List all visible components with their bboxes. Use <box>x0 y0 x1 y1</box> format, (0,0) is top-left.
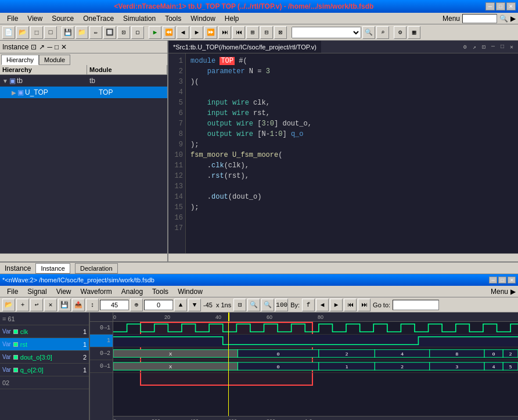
menu-search-input[interactable] <box>462 14 497 23</box>
tb-dropdown[interactable] <box>292 27 361 38</box>
expand-tb[interactable]: ▼ <box>2 78 8 84</box>
src-icon-box[interactable]: □ <box>498 43 506 51</box>
wave-tb-end[interactable]: ⏭ <box>358 299 370 311</box>
tb-btn-4[interactable]: □ <box>44 26 57 39</box>
panel-icon2[interactable]: ↗ <box>39 43 45 51</box>
wave-tb-up[interactable]: ▲ <box>174 299 187 311</box>
wave-tb-open[interactable]: 📂 <box>2 299 15 311</box>
inst-tab-declaration[interactable]: Declaration <box>75 263 118 274</box>
tb-btn-9[interactable]: ⊡ <box>117 26 130 39</box>
tb-search2[interactable]: ⌕ <box>376 26 389 39</box>
tb-btn-5[interactable]: 💾 <box>62 26 74 39</box>
tab-module[interactable]: Module <box>39 55 70 65</box>
wave-tb-zoom-fit[interactable]: ⊡ <box>233 299 246 311</box>
menu-window[interactable]: Window <box>186 14 220 23</box>
signal-row-clk[interactable]: Var clk 1 <box>0 325 89 338</box>
tb-btn-18[interactable]: ⊞ <box>246 26 259 39</box>
wave-close-btn[interactable]: ✕ <box>508 277 516 283</box>
wave-tb-undo[interactable]: ↩ <box>30 299 43 311</box>
wave-tb-cursor[interactable]: ↕ <box>86 299 99 311</box>
tb-btn-19[interactable]: ⊟ <box>260 26 273 39</box>
src-icon-expand[interactable]: ↗ <box>470 43 479 51</box>
hier-row-tb[interactable]: ▼ ▣ tb tb <box>0 75 167 87</box>
signal-row-dout[interactable]: Var dout_o[3:0] 2 <box>0 351 89 364</box>
tb-btn-7[interactable]: ✏ <box>89 26 102 39</box>
menu-tools[interactable]: Tools <box>160 14 186 23</box>
wave-minimize-btn[interactable]: ─ <box>489 277 497 283</box>
menu-source[interactable]: Source <box>47 14 78 23</box>
tb-search[interactable]: 🔍 <box>362 26 375 39</box>
tb-btn-15[interactable]: ⏩ <box>204 26 217 39</box>
wave-tb-prev[interactable]: ◀ <box>316 299 329 311</box>
left-scrollbar[interactable] <box>0 253 167 261</box>
src-icon-close[interactable]: ✕ <box>508 43 516 51</box>
wave-tb-clear[interactable]: ✕ <box>44 299 57 311</box>
tb-btn-16[interactable]: ⏭ <box>218 26 231 39</box>
minimize-button[interactable]: ─ <box>485 2 495 10</box>
tb-btn-21[interactable]: ⚙ <box>394 26 407 39</box>
wave-tb-cursor-add[interactable]: ⊕ <box>130 299 143 311</box>
wave-tb-home[interactable]: ⏮ <box>344 299 357 311</box>
signal-row-61[interactable]: = 61 <box>0 313 89 325</box>
wave-tb-zoom-out[interactable]: 🔍 <box>261 299 274 311</box>
wave-menu-arrow[interactable]: ▶ <box>510 288 516 296</box>
tb-btn-10[interactable]: ◻ <box>131 26 144 39</box>
wave-tb-zoom-in[interactable]: 🔍 <box>247 299 260 311</box>
tb-btn-22[interactable]: ▦ <box>408 26 420 39</box>
wave-tb-down[interactable]: ▼ <box>188 299 201 311</box>
tb-btn-6[interactable]: 📁 <box>75 26 88 39</box>
wave-menu-tools[interactable]: Tools <box>148 287 173 296</box>
tb-btn-17[interactable]: ⏮ <box>232 26 245 39</box>
hier-row-utop[interactable]: ▶ ▣ U_TOP TOP <box>0 87 167 98</box>
maximize-button[interactable]: □ <box>496 2 505 10</box>
wave-tb-by[interactable]: f <box>302 299 315 311</box>
src-icon-dash[interactable]: ─ <box>489 43 497 51</box>
wave-tb-save[interactable]: 💾 <box>58 299 71 311</box>
menu-help[interactable]: Help <box>220 14 244 23</box>
signal-row-rst[interactable]: Var rst 1 <box>0 338 89 351</box>
wave-maximize-btn[interactable]: □ <box>498 277 506 283</box>
new-button[interactable]: 📄 <box>2 26 15 39</box>
wave-time-input[interactable] <box>100 300 129 310</box>
panel-icon3[interactable]: ─ <box>47 43 52 51</box>
menu-file[interactable]: File <box>2 14 23 23</box>
open-button[interactable]: 📂 <box>16 26 29 39</box>
wave-menu-analog[interactable]: Analog <box>117 287 148 296</box>
tb-btn-8[interactable]: 🔲 <box>103 26 116 39</box>
wave-menu-window[interactable]: Window <box>173 287 207 296</box>
wave-tb-next[interactable]: ▶ <box>330 299 343 311</box>
source-tab-active[interactable]: *Src1:tb.U_TOP(/home/IC/soc/fe_project/r… <box>168 41 321 53</box>
source-scrollbar[interactable] <box>168 253 518 261</box>
inst-tab-instance[interactable]: Instance <box>35 263 70 274</box>
wave-menu-signal[interactable]: Signal <box>23 287 51 296</box>
search-icon[interactable]: 🔍 <box>499 15 508 23</box>
tab-hierarchy[interactable]: Hierarchy <box>1 55 39 65</box>
tb-btn-3[interactable]: ⬚ <box>30 26 43 39</box>
src-icon-minimize[interactable]: ⊡ <box>480 43 488 51</box>
tb-btn-20[interactable]: ⊠ <box>274 26 287 39</box>
tb-btn-12[interactable]: ⏪ <box>163 26 175 39</box>
tb-btn-13[interactable]: ◀ <box>177 26 189 39</box>
arrow-icon[interactable]: ▶ <box>510 15 516 23</box>
wave-tb-export[interactable]: 📤 <box>72 299 85 311</box>
panel-icon4[interactable]: □ <box>55 43 59 51</box>
signal-row-qo[interactable]: Var q_o[2:0] 1 <box>0 364 89 376</box>
wave-tb-add[interactable]: + <box>16 299 29 311</box>
src-icon-gear[interactable]: ⚙ <box>461 43 469 51</box>
close-button[interactable]: ✕ <box>506 2 516 10</box>
wave-menu-view[interactable]: View <box>52 287 76 296</box>
panel-icon1[interactable]: ⊡ <box>31 43 37 51</box>
signal-row-02[interactable]: 02 <box>0 376 89 389</box>
menu-simulation[interactable]: Simulation <box>118 14 160 23</box>
tb-btn-11[interactable]: ▶ <box>149 26 161 39</box>
wave-tb-zoom100[interactable]: 100 <box>275 299 288 311</box>
wave-goto-input[interactable] <box>393 300 439 310</box>
wave-cursor-input[interactable] <box>144 300 173 310</box>
wave-menu-file[interactable]: File <box>2 287 23 296</box>
menu-onetrace[interactable]: OneTrace <box>78 14 118 23</box>
tb-btn-14[interactable]: ▶ <box>190 26 203 39</box>
wave-menu-waveform[interactable]: Waveform <box>76 287 117 296</box>
expand-utop[interactable]: ▶ <box>12 89 16 96</box>
panel-icon5[interactable]: ✕ <box>61 43 67 51</box>
menu-view[interactable]: View <box>23 14 47 23</box>
